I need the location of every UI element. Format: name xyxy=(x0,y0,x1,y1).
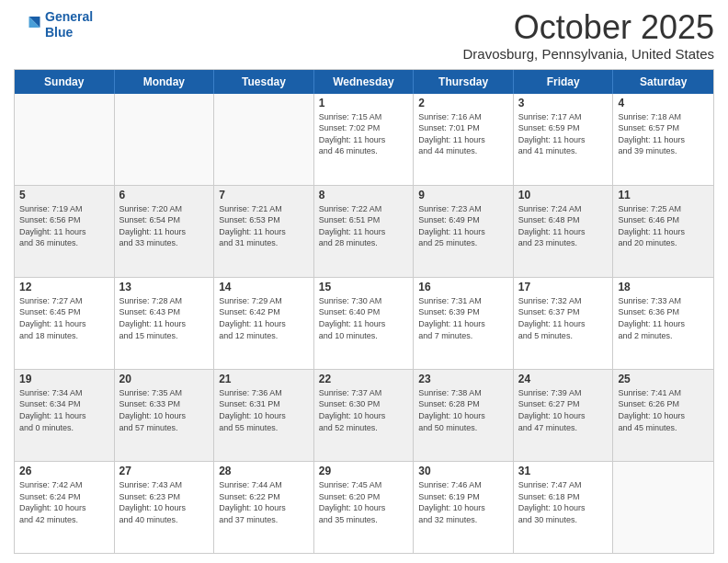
calendar: SundayMondayTuesdayWednesdayThursdayFrid… xyxy=(14,69,714,554)
calendar-cell xyxy=(115,94,215,185)
calendar-cell: 8Sunrise: 7:22 AM Sunset: 6:51 PM Daylig… xyxy=(314,186,415,277)
day-number: 21 xyxy=(219,373,309,385)
calendar-cell: 6Sunrise: 7:20 AM Sunset: 6:54 PM Daylig… xyxy=(115,186,215,277)
calendar-row: 1Sunrise: 7:15 AM Sunset: 7:02 PM Daylig… xyxy=(15,94,713,185)
day-number: 5 xyxy=(19,189,109,201)
day-number: 1 xyxy=(319,97,409,109)
calendar-cell: 25Sunrise: 7:41 AM Sunset: 6:26 PM Dayli… xyxy=(613,370,713,461)
day-info: Sunrise: 7:32 AM Sunset: 6:37 PM Dayligh… xyxy=(518,295,609,341)
day-info: Sunrise: 7:34 AM Sunset: 6:34 PM Dayligh… xyxy=(19,387,109,433)
day-number: 28 xyxy=(219,465,309,477)
calendar-cell: 2Sunrise: 7:16 AM Sunset: 7:01 PM Daylig… xyxy=(414,94,514,185)
day-info: Sunrise: 7:20 AM Sunset: 6:54 PM Dayligh… xyxy=(119,203,210,249)
calendar-cell xyxy=(214,94,314,185)
day-number: 3 xyxy=(518,97,609,109)
day-number: 4 xyxy=(618,97,709,109)
day-number: 20 xyxy=(119,373,210,385)
day-number: 16 xyxy=(418,281,508,293)
day-info: Sunrise: 7:19 AM Sunset: 6:56 PM Dayligh… xyxy=(19,203,109,249)
calendar-row: 12Sunrise: 7:27 AM Sunset: 6:45 PM Dayli… xyxy=(15,277,713,369)
day-info: Sunrise: 7:47 AM Sunset: 6:18 PM Dayligh… xyxy=(518,479,609,525)
calendar-cell: 1Sunrise: 7:15 AM Sunset: 7:02 PM Daylig… xyxy=(314,94,415,185)
calendar-cell: 14Sunrise: 7:29 AM Sunset: 6:42 PM Dayli… xyxy=(214,278,314,369)
day-info: Sunrise: 7:24 AM Sunset: 6:48 PM Dayligh… xyxy=(518,203,609,249)
day-info: Sunrise: 7:28 AM Sunset: 6:43 PM Dayligh… xyxy=(119,295,210,341)
calendar-cell: 17Sunrise: 7:32 AM Sunset: 6:37 PM Dayli… xyxy=(514,278,614,369)
calendar-header: SundayMondayTuesdayWednesdayThursdayFrid… xyxy=(15,70,713,94)
day-info: Sunrise: 7:21 AM Sunset: 6:53 PM Dayligh… xyxy=(219,203,309,249)
day-info: Sunrise: 7:42 AM Sunset: 6:24 PM Dayligh… xyxy=(19,479,109,525)
calendar-cell: 16Sunrise: 7:31 AM Sunset: 6:39 PM Dayli… xyxy=(414,278,514,369)
day-info: Sunrise: 7:31 AM Sunset: 6:39 PM Dayligh… xyxy=(418,295,508,341)
day-number: 6 xyxy=(119,189,210,201)
calendar-cell: 13Sunrise: 7:28 AM Sunset: 6:43 PM Dayli… xyxy=(115,278,215,369)
day-info: Sunrise: 7:37 AM Sunset: 6:30 PM Dayligh… xyxy=(319,387,409,433)
day-info: Sunrise: 7:39 AM Sunset: 6:27 PM Dayligh… xyxy=(518,387,609,433)
calendar-cell: 24Sunrise: 7:39 AM Sunset: 6:27 PM Dayli… xyxy=(514,370,614,461)
weekday-header: Friday xyxy=(514,70,614,94)
day-info: Sunrise: 7:30 AM Sunset: 6:40 PM Dayligh… xyxy=(319,295,409,341)
calendar-cell: 15Sunrise: 7:30 AM Sunset: 6:40 PM Dayli… xyxy=(314,278,415,369)
day-number: 13 xyxy=(119,281,210,293)
logo-line2: Blue xyxy=(45,25,73,40)
weekday-header: Monday xyxy=(115,70,215,94)
calendar-cell xyxy=(15,94,115,185)
logo: General Blue xyxy=(14,9,93,40)
day-number: 2 xyxy=(418,97,508,109)
calendar-cell: 5Sunrise: 7:19 AM Sunset: 6:56 PM Daylig… xyxy=(15,186,115,277)
day-info: Sunrise: 7:17 AM Sunset: 6:59 PM Dayligh… xyxy=(518,111,609,157)
calendar-cell: 29Sunrise: 7:45 AM Sunset: 6:20 PM Dayli… xyxy=(314,462,415,553)
page: General Blue October 2025 Dravosburg, Pe… xyxy=(0,0,728,563)
location-title: Dravosburg, Pennsylvania, United States xyxy=(463,46,714,62)
day-info: Sunrise: 7:23 AM Sunset: 6:49 PM Dayligh… xyxy=(418,203,508,249)
calendar-cell: 28Sunrise: 7:44 AM Sunset: 6:22 PM Dayli… xyxy=(214,462,314,553)
day-number: 24 xyxy=(518,373,609,385)
day-info: Sunrise: 7:33 AM Sunset: 6:36 PM Dayligh… xyxy=(618,295,709,341)
calendar-body: 1Sunrise: 7:15 AM Sunset: 7:02 PM Daylig… xyxy=(15,94,713,553)
day-info: Sunrise: 7:27 AM Sunset: 6:45 PM Dayligh… xyxy=(19,295,109,341)
day-number: 29 xyxy=(319,465,409,477)
calendar-row: 26Sunrise: 7:42 AM Sunset: 6:24 PM Dayli… xyxy=(15,461,713,553)
logo-line1: General xyxy=(45,9,93,24)
day-number: 27 xyxy=(119,465,210,477)
weekday-header: Tuesday xyxy=(214,70,314,94)
weekday-header: Saturday xyxy=(613,70,713,94)
logo-icon xyxy=(14,11,41,39)
calendar-cell: 9Sunrise: 7:23 AM Sunset: 6:49 PM Daylig… xyxy=(414,186,514,277)
day-info: Sunrise: 7:16 AM Sunset: 7:01 PM Dayligh… xyxy=(418,111,508,157)
day-info: Sunrise: 7:36 AM Sunset: 6:31 PM Dayligh… xyxy=(219,387,309,433)
calendar-cell: 3Sunrise: 7:17 AM Sunset: 6:59 PM Daylig… xyxy=(514,94,614,185)
day-info: Sunrise: 7:15 AM Sunset: 7:02 PM Dayligh… xyxy=(319,111,409,157)
calendar-cell: 27Sunrise: 7:43 AM Sunset: 6:23 PM Dayli… xyxy=(115,462,215,553)
day-number: 9 xyxy=(418,189,508,201)
day-number: 12 xyxy=(19,281,109,293)
calendar-row: 5Sunrise: 7:19 AM Sunset: 6:56 PM Daylig… xyxy=(15,185,713,277)
calendar-cell: 10Sunrise: 7:24 AM Sunset: 6:48 PM Dayli… xyxy=(514,186,614,277)
day-number: 8 xyxy=(319,189,409,201)
calendar-cell: 26Sunrise: 7:42 AM Sunset: 6:24 PM Dayli… xyxy=(15,462,115,553)
calendar-cell: 4Sunrise: 7:18 AM Sunset: 6:57 PM Daylig… xyxy=(613,94,713,185)
logo-text: General Blue xyxy=(45,9,93,40)
weekday-header: Sunday xyxy=(15,70,115,94)
day-info: Sunrise: 7:22 AM Sunset: 6:51 PM Dayligh… xyxy=(319,203,409,249)
day-number: 30 xyxy=(418,465,508,477)
day-info: Sunrise: 7:43 AM Sunset: 6:23 PM Dayligh… xyxy=(119,479,210,525)
day-info: Sunrise: 7:44 AM Sunset: 6:22 PM Dayligh… xyxy=(219,479,309,525)
day-number: 15 xyxy=(319,281,409,293)
day-number: 11 xyxy=(618,189,709,201)
calendar-cell: 18Sunrise: 7:33 AM Sunset: 6:36 PM Dayli… xyxy=(613,278,713,369)
calendar-cell: 20Sunrise: 7:35 AM Sunset: 6:33 PM Dayli… xyxy=(115,370,215,461)
calendar-cell: 23Sunrise: 7:38 AM Sunset: 6:28 PM Dayli… xyxy=(414,370,514,461)
day-info: Sunrise: 7:18 AM Sunset: 6:57 PM Dayligh… xyxy=(618,111,709,157)
calendar-cell: 12Sunrise: 7:27 AM Sunset: 6:45 PM Dayli… xyxy=(15,278,115,369)
day-info: Sunrise: 7:46 AM Sunset: 6:19 PM Dayligh… xyxy=(418,479,508,525)
day-info: Sunrise: 7:35 AM Sunset: 6:33 PM Dayligh… xyxy=(119,387,210,433)
day-number: 25 xyxy=(618,373,709,385)
day-number: 19 xyxy=(19,373,109,385)
day-number: 18 xyxy=(618,281,709,293)
calendar-cell: 19Sunrise: 7:34 AM Sunset: 6:34 PM Dayli… xyxy=(15,370,115,461)
day-number: 14 xyxy=(219,281,309,293)
month-title: October 2025 xyxy=(463,9,714,46)
calendar-cell: 22Sunrise: 7:37 AM Sunset: 6:30 PM Dayli… xyxy=(314,370,415,461)
day-number: 17 xyxy=(518,281,609,293)
